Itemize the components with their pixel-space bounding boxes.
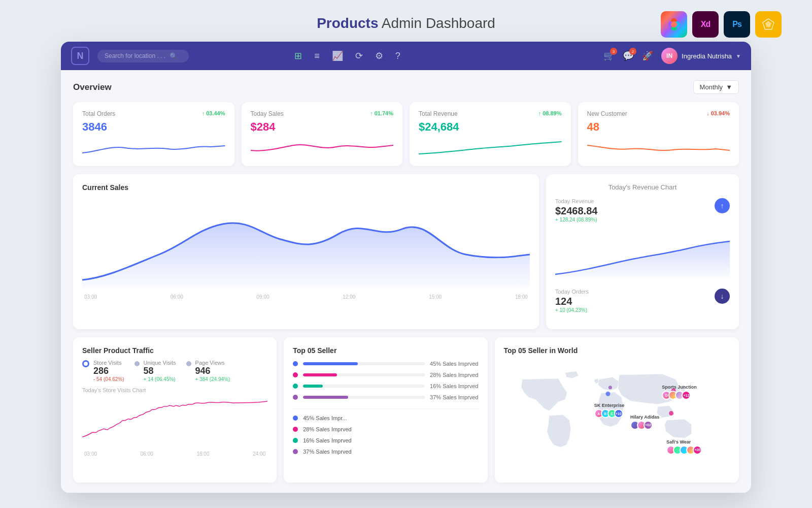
nav-chat-btn[interactable]: 💬 2 (623, 50, 634, 61)
seller-item-1: 45% Sales Imprved (293, 361, 478, 367)
cluster-count: +05 (693, 446, 702, 455)
seller-bar-wrap-3 (303, 385, 425, 388)
hilary-adidas-cluster: Hilary Adidas +02 (630, 415, 659, 430)
today-orders-label: Today Orders (555, 289, 589, 295)
page-title-bold: Products (317, 15, 378, 31)
world-map-card: Top 05 Seller in World (495, 337, 739, 483)
orders-label: Total Orders (82, 110, 115, 117)
traffic-title: Seller Product Traffic (82, 346, 267, 355)
current-sales-chart: Current Sales 03:00 06:00 09:00 1 (73, 174, 539, 329)
seller-item-3: 16% Sales Imprved (293, 383, 478, 389)
today-revenue-value: $2468.84 (555, 205, 597, 216)
store-visits-chart-label: Today's Store Visits Chart (82, 387, 267, 393)
seller-item-2: 28% Sales Imprved (293, 372, 478, 378)
unique-visits-label: Unique Visits (144, 360, 176, 366)
nav-help-icon[interactable]: ? (395, 51, 400, 61)
store-visits-metric: Store Visits 286 - 54 (04.62%) (82, 360, 124, 382)
search-input[interactable] (105, 52, 165, 59)
sports-junction-cluster: Sports Junction D +12 (662, 385, 697, 400)
sales-label: Today Sales (251, 110, 284, 117)
nav-settings-icon[interactable]: ⚙ (375, 50, 383, 61)
svg-point-7 (605, 392, 610, 396)
revenue-card: Today's Revenue Chart Today Revenue $246… (546, 174, 739, 329)
seller-item-6: 28% Sales Imprved (293, 426, 478, 432)
store-visits-icon (82, 360, 89, 367)
seller-item-4: 37% Sales Imprved (293, 394, 478, 400)
seller-item-8: 37% Sales Imprved (293, 449, 478, 455)
seller-item-7: 16% Sales Imprved (293, 437, 478, 443)
seller-bar-3 (303, 385, 322, 388)
cluster-count: +02 (644, 421, 653, 430)
nav-chart-icon[interactable]: 📈 (332, 50, 343, 61)
seller-dot-4 (293, 395, 298, 400)
xd-icon: Xd (692, 11, 719, 38)
dropdown-chevron-icon: ▼ (726, 83, 732, 91)
svg-point-10 (669, 411, 673, 416)
bottom-row: Seller Product Traffic Store Visits 286 … (73, 337, 739, 483)
seller-dot-3 (293, 384, 298, 389)
charts-row: Current Sales 03:00 06:00 09:00 1 (73, 174, 739, 329)
current-sales-x-labels: 03:00 06:00 09:00 12:00 15:00 18:00 (82, 294, 530, 300)
dashboard-content: Overview Monthly ▼ Total Orders ↑ 03.44%… (61, 70, 751, 493)
dashboard-window: N 🔍 ⊞ ≡ 📈 ⟳ ⚙ ? 🛒 3 💬 2 🚀 (61, 42, 751, 493)
orders-change: ↑ 03.44% (202, 110, 225, 116)
world-map-container: SK Enterprise A B C +10 Sports Junction … (504, 360, 730, 473)
stat-card-customer: New Customer ↓ 03.94% 48 (578, 102, 739, 166)
today-revenue-change: + 128.24 (08.89%) (555, 217, 597, 223)
nav-grid-icon[interactable]: ⊞ (294, 50, 302, 61)
orders-down-btn[interactable]: ↓ (715, 289, 730, 304)
revenue-chart-title: Today's Revenue Chart (555, 183, 730, 191)
current-sales-title: Current Sales (82, 183, 530, 192)
sk-enterprise-cluster: SK Enterprise A B C +10 (594, 403, 625, 418)
page-views-metric: Page Views 946 + 384 (24.94%) (186, 360, 230, 382)
revenue-label: Total Revenue (419, 110, 458, 117)
seller-items-list-2: 45% Sales Impr... 28% Sales Imprved 16% … (293, 408, 478, 455)
customer-label: New Customer (587, 110, 627, 117)
nav-refresh-icon[interactable]: ⟳ (355, 50, 363, 61)
safis-wear-cluster: Safi's Wear +05 (666, 439, 702, 455)
today-orders-change: + 10 (04.23%) (555, 307, 589, 313)
today-orders-stat: Today Orders 124 + 10 (04.23%) (555, 289, 589, 313)
nav-avatar: IN (661, 48, 678, 64)
seller-dot-5 (293, 416, 298, 421)
nav-user[interactable]: IN Ingredia Nutrisha ▼ (661, 48, 741, 64)
store-visits-value: 286 (93, 366, 124, 376)
store-visits-change: - 54 (04.62%) (93, 376, 124, 382)
nav-notif-btn[interactable]: 🚀 (642, 50, 653, 61)
customer-change: ↓ 03.94% (706, 110, 730, 116)
nav-menu-icon[interactable]: ≡ (314, 51, 320, 61)
unique-visits-change: + 14 (06.45%) (144, 376, 176, 382)
today-orders-value: 124 (555, 296, 572, 307)
nav-cart-btn[interactable]: 🛒 3 (603, 50, 615, 61)
seller-bar-wrap-1 (303, 362, 425, 365)
seller-items-list: 45% Sales Imprved 28% Sales Imprved (293, 361, 478, 400)
overview-title: Overview (73, 82, 112, 92)
unique-visits-metric: Unique Visits 58 + 14 (06.45%) (134, 360, 176, 382)
orders-value: 3846 (82, 120, 225, 134)
cluster-count: +12 (682, 391, 691, 400)
page-views-icon (186, 361, 191, 366)
stat-cards: Total Orders ↑ 03.44% 3846 Today Sales ↑… (73, 102, 739, 166)
chat-badge: 2 (629, 48, 636, 55)
page-views-value: 946 (195, 366, 230, 376)
seller-dot-1 (293, 361, 298, 366)
page-views-change: + 384 (24.94%) (195, 376, 230, 382)
cart-badge: 3 (610, 48, 617, 55)
customer-value: 48 (587, 120, 730, 134)
seller-bar-2 (303, 373, 337, 376)
sales-change: ↑ 01.74% (370, 110, 393, 116)
revenue-up-btn[interactable]: ↑ (715, 198, 730, 213)
seller-dot-2 (293, 372, 298, 377)
overview-header: Overview Monthly ▼ (73, 80, 739, 94)
period-label: Monthly (700, 83, 723, 91)
today-revenue-label: Today Revenue (555, 198, 597, 204)
traffic-card: Seller Product Traffic Store Visits 286 … (73, 337, 277, 483)
ps-icon: Ps (724, 11, 750, 38)
unique-visits-value: 58 (144, 366, 176, 376)
nav-search[interactable]: 🔍 (97, 50, 189, 62)
seller-bar-4 (303, 396, 348, 399)
period-dropdown[interactable]: Monthly ▼ (693, 80, 739, 94)
world-map-title: Top 05 Seller in World (504, 346, 730, 355)
sales-value: $284 (251, 120, 394, 134)
navbar: N 🔍 ⊞ ≡ 📈 ⟳ ⚙ ? 🛒 3 💬 2 🚀 (61, 42, 751, 70)
